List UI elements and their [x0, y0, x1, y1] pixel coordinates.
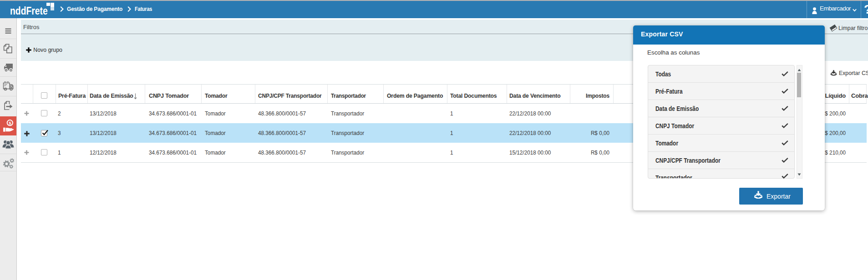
svg-text:$: $: [9, 120, 11, 125]
